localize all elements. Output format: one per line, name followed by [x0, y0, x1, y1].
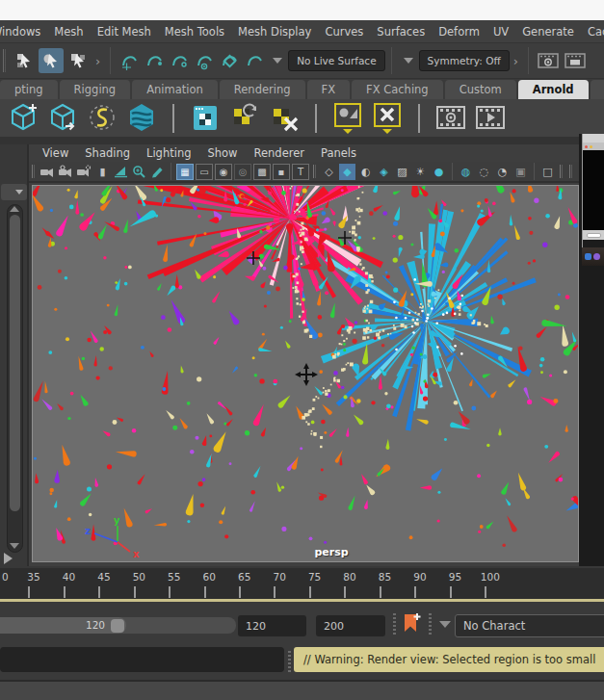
snap-to-points-icon[interactable] [168, 49, 191, 72]
shelf-tab-fx-caching[interactable]: FX Caching [352, 80, 443, 99]
occlusion-icon[interactable]: ◍ [458, 164, 474, 180]
gamma-icon[interactable]: ▣ [512, 164, 529, 180]
time-slider[interactable]: 035404550556065707580859095100 [0, 566, 604, 599]
panel-menu-shading[interactable]: Shading [85, 146, 130, 160]
viewport-perspective[interactable]: persp y z x [32, 185, 579, 562]
sequence-render-icon[interactable] [435, 102, 466, 135]
scroll-down-icon[interactable] [10, 543, 19, 549]
collapse-chevron-icon[interactable]: › [513, 54, 518, 68]
panel-menu-renderer[interactable]: Renderer [254, 146, 305, 160]
arnold-stop-render-icon[interactable] [269, 102, 300, 135]
snap-to-view-planes-icon[interactable] [243, 49, 266, 72]
panel-menu-lighting[interactable]: Lighting [146, 146, 191, 160]
shadows-icon[interactable]: ● [431, 164, 447, 180]
grease-pencil-icon[interactable] [149, 164, 166, 180]
arnold-refresh-render-icon[interactable] [229, 102, 260, 135]
shelf-tab-animation[interactable]: Animation [132, 80, 218, 99]
character-set-arrow-icon[interactable] [439, 621, 451, 628]
floating-window-titlebar[interactable] [583, 134, 604, 143]
command-line-input[interactable] [0, 647, 284, 672]
menu-edit-mesh[interactable]: Edit Mesh [97, 25, 151, 39]
arnold-light-icon[interactable] [332, 102, 363, 135]
menu-mesh[interactable]: Mesh [54, 25, 83, 39]
panel-menu-show[interactable]: Show [208, 146, 238, 160]
range-slider-handle[interactable] [111, 619, 124, 633]
make-live-icon[interactable] [218, 49, 241, 72]
grip[interactable] [569, 165, 573, 178]
shelf-tab-fx[interactable]: FX [307, 80, 351, 99]
menu-curves[interactable]: Curves [325, 25, 363, 39]
lock-camera-icon[interactable] [58, 164, 74, 180]
search-field[interactable] [587, 233, 601, 238]
menu-deform[interactable]: Deform [438, 25, 480, 39]
outliner-scrollbar[interactable] [7, 204, 23, 553]
playback-start-field[interactable]: 120 [238, 615, 306, 636]
snap-to-projected-center-icon[interactable] [193, 49, 216, 72]
shelf-tab-arnold[interactable]: Arnold [518, 80, 589, 99]
shelf-tab-custom[interactable]: Custom [445, 80, 516, 99]
pan-zoom-icon[interactable] [131, 164, 147, 180]
arnold-export-icon[interactable] [47, 102, 78, 135]
minimize-icon[interactable] [590, 145, 592, 148]
outliner-filter-dropdown[interactable] [1, 184, 27, 200]
grid-icon[interactable]: ▦ [176, 164, 194, 180]
dock-app-icon[interactable] [593, 253, 600, 260]
exposure-icon[interactable]: ◔ [494, 164, 511, 180]
wireframe-on-shaded-icon[interactable]: ◐ [357, 164, 374, 180]
snap-to-curves-icon[interactable] [143, 49, 166, 72]
menu-generate[interactable]: Generate [522, 25, 574, 39]
playback-end-field[interactable]: 200 [316, 615, 385, 636]
use-default-material-icon[interactable]: ▨ [394, 164, 410, 180]
expand-arrow-icon[interactable] [4, 553, 13, 564]
add-bookmark-icon[interactable] [403, 611, 422, 635]
grip[interactable] [313, 165, 317, 178]
range-slider-track[interactable]: 120 [0, 617, 236, 634]
textured-icon[interactable]: ◈ [376, 164, 392, 180]
arnold-standin-icon[interactable] [8, 102, 39, 135]
arnold-filter-icon[interactable] [372, 102, 403, 135]
select-camera-icon[interactable] [39, 164, 56, 180]
snap-to-grids-icon[interactable] [118, 49, 141, 72]
playblast-icon[interactable] [475, 102, 506, 135]
scroll-up-icon[interactable] [10, 206, 19, 212]
display-layer-icon[interactable] [565, 53, 586, 68]
smooth-shade-icon[interactable]: ◆ [339, 164, 355, 180]
arnold-volume-icon[interactable] [126, 102, 157, 135]
arnold-curve-icon[interactable] [87, 102, 118, 135]
camera-attributes-icon[interactable] [76, 164, 92, 180]
render-settings-icon[interactable] [538, 53, 559, 68]
character-set-dropdown[interactable]: No Charact [455, 614, 604, 637]
isolate-select-icon[interactable]: □ [539, 164, 556, 180]
range-slider-bar[interactable]: 120 [0, 617, 126, 634]
image-plane-icon[interactable] [113, 164, 129, 180]
resolution-gate-icon[interactable]: ◉ [215, 164, 232, 180]
select-hierarchy-icon[interactable] [12, 48, 37, 73]
shelf-tab-bifrost[interactable]: Bifrost [591, 80, 604, 99]
dock-app-icon[interactable] [585, 253, 591, 260]
live-surface-dropdown[interactable]: No Live Surface [288, 50, 384, 71]
panel-menu-view[interactable]: View [42, 146, 68, 160]
grip[interactable] [560, 165, 564, 178]
menu-surfaces[interactable]: Surfaces [377, 25, 425, 39]
drag-grip[interactable] [3, 49, 8, 72]
bookmark-icon[interactable]: ▮ [94, 164, 111, 180]
shelf-tab-pting[interactable]: pting [0, 80, 58, 99]
menu-mesh-tools[interactable]: Mesh Tools [165, 25, 224, 39]
grip[interactable] [32, 165, 36, 178]
menu-windows[interactable]: Windows [0, 25, 40, 39]
symmetry-dropdown[interactable]: Symmetry: Off [419, 50, 510, 71]
select-object-icon[interactable] [39, 48, 64, 73]
select-component-icon[interactable] [66, 48, 91, 73]
shelf-tab-rigging[interactable]: Rigging [60, 80, 131, 99]
field-chart-icon[interactable]: ▩ [253, 164, 271, 180]
motion-blur-icon[interactable]: ◌ [476, 164, 492, 180]
close-icon[interactable] [585, 145, 588, 148]
snap-options-arrow-icon[interactable] [273, 58, 282, 64]
panel-menu-panels[interactable]: Panels [321, 146, 356, 160]
shelf-tab-rendering[interactable]: Rendering [220, 80, 305, 99]
collapse-chevron-icon[interactable]: › [95, 54, 100, 68]
gate-mask-icon[interactable]: ◎ [234, 164, 251, 180]
menu-cache[interactable]: Cache [588, 25, 604, 39]
film-gate-icon[interactable]: ▭ [196, 164, 213, 180]
symmetry-options-arrow-icon[interactable] [404, 58, 413, 64]
